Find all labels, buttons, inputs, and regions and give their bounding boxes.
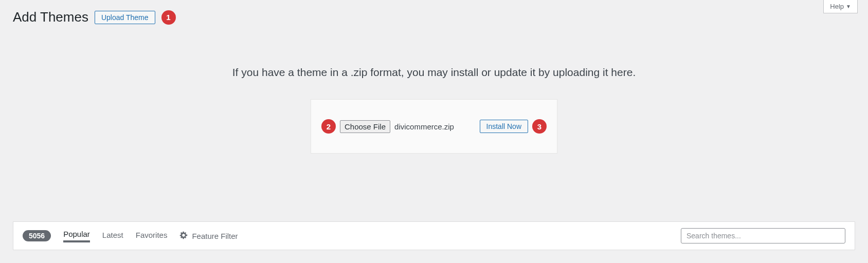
help-label: Help [830, 3, 844, 10]
tab-favorites[interactable]: Favorites [136, 231, 168, 241]
file-input-group: 2 Choose File divicommerce.zip [321, 119, 454, 134]
annotation-step-3: 3 [532, 119, 547, 134]
help-tab[interactable]: Help ▼ [823, 0, 858, 13]
feature-filter-label: Feature Filter [192, 232, 238, 240]
search-themes-input[interactable] [681, 228, 845, 243]
tab-feature-filter[interactable]: Feature Filter [179, 231, 238, 241]
selected-filename: divicommerce.zip [394, 122, 454, 131]
install-group: Install Now 3 [480, 119, 547, 134]
page-header: Add Themes Upload Theme 1 [0, 0, 868, 25]
annotation-step-2: 2 [321, 119, 336, 134]
install-now-button[interactable]: Install Now [480, 120, 528, 133]
gear-icon [179, 231, 188, 241]
page-title: Add Themes [13, 9, 88, 25]
tab-popular[interactable]: Popular [63, 230, 90, 242]
upload-info-text: If you have a theme in a .zip format, yo… [0, 66, 868, 79]
upload-theme-button[interactable]: Upload Theme [95, 11, 155, 24]
tab-latest[interactable]: Latest [102, 231, 123, 241]
caret-down-icon: ▼ [846, 4, 851, 9]
choose-file-button[interactable]: Choose File [340, 120, 390, 133]
upload-form: 2 Choose File divicommerce.zip Install N… [311, 99, 557, 154]
theme-filter-bar: 5056 Popular Latest Favorites Feature Fi… [13, 221, 855, 250]
theme-count-badge: 5056 [23, 230, 51, 241]
annotation-step-1: 1 [161, 10, 176, 25]
